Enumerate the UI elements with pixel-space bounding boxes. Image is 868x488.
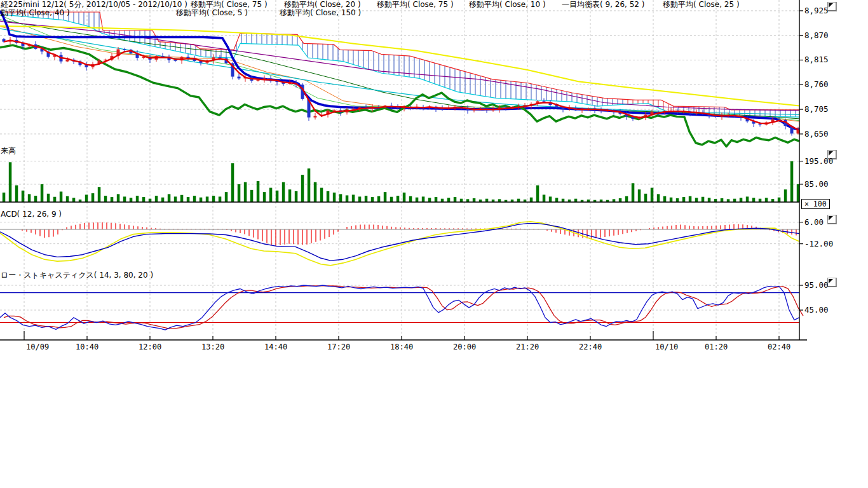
y-axis-tick-label: 6.00 — [804, 218, 824, 226]
x-axis-tick-label: 10:40 — [76, 343, 98, 351]
x-axis-tick-label: 13:20 — [201, 343, 224, 351]
price-panel-restore-button[interactable] — [827, 2, 837, 11]
macd-panel-restore-button[interactable] — [827, 215, 837, 224]
y-axis-tick-label: 8,925 — [804, 6, 829, 15]
y-axis-tick-label: 8,815 — [804, 55, 829, 64]
restore-arrow-icon — [829, 216, 833, 220]
x-axis-tick-label: 20:00 — [453, 343, 476, 351]
restore-arrow-icon — [829, 151, 833, 156]
restore-arrow-icon — [829, 3, 833, 8]
y-axis-tick-label: 8,870 — [804, 31, 829, 39]
x-axis-tick-label: 14:40 — [264, 343, 287, 351]
x-axis-tick-label: 17:20 — [327, 343, 350, 351]
volume-panel-label: 来高 — [1, 147, 16, 155]
x-axis-tick-label: 10/10 — [655, 343, 678, 351]
header-indicator-label: 移動平均( Close, 10 ) — [469, 1, 546, 9]
y-axis-tick-label: 8,650 — [804, 130, 829, 138]
x-axis-tick-label: 02:40 — [768, 343, 790, 351]
y-axis-tick-label: -12.00 — [804, 240, 833, 248]
chart-application-window: 来高 ACD( 12, 26, 9 ) ロー・ストキャスティクス( 14, 3,… — [0, 0, 868, 488]
header-indicator-label: 移動平均( Close, 25 ) — [663, 1, 740, 9]
x-axis-tick-label: 21:20 — [516, 343, 539, 351]
x-axis-tick-label: 18:40 — [390, 343, 413, 351]
stochastics-panel-label: ロー・ストキャスティクス( 14, 3, 80, 20 ) — [1, 271, 153, 280]
x-axis-tick-label: 01:20 — [705, 343, 728, 351]
x-axis-tick-label: 10/09 — [26, 343, 49, 351]
y-axis-tick-label: 85.00 — [804, 180, 829, 188]
y-axis-tick-label: 8,705 — [804, 105, 829, 113]
y-axis-tick-label: 95.00 — [804, 281, 829, 289]
header-indicator-label: 移動平均( Close, 5 ) — [176, 9, 248, 17]
macd-panel-label: ACD( 12, 26, 9 ) — [1, 210, 62, 219]
y-axis-tick-label: 8,760 — [804, 80, 829, 88]
stoch-panel-restore-button[interactable] — [827, 278, 837, 287]
header-indicator-label: 移動平均( Close, 75 ) — [377, 1, 454, 9]
header-indicator-label: 動平均( Close, 40 ) — [1, 9, 70, 17]
header-indicator-label: 一目均衡表( 9, 26, 52 ) — [562, 1, 644, 9]
x-axis-tick-label: 12:00 — [139, 343, 161, 351]
x-axis-tick-label: 22:40 — [579, 343, 602, 351]
restore-arrow-icon — [829, 279, 833, 283]
header-indicator-label: 移動平均( Close, 150 ) — [280, 9, 361, 17]
chart-canvas — [0, 0, 868, 356]
volume-multiplier-badge: × 100 — [801, 199, 830, 209]
y-axis-tick-label: 45.00 — [804, 306, 829, 314]
y-axis-tick-label: 195.00 — [804, 157, 833, 165]
